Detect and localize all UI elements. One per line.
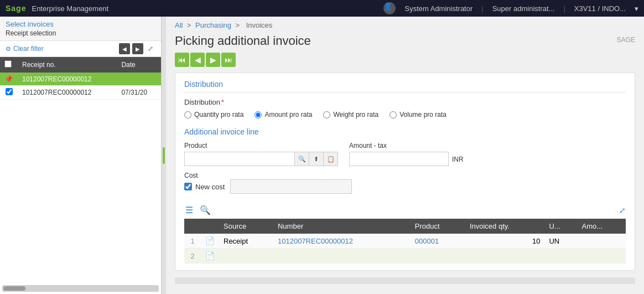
product-form-group: Product 🔍 ⬆ 📋: [184, 142, 338, 166]
page-header: Picking additional invoice SAGE: [166, 32, 644, 53]
app-title: Enterprise Management: [32, 4, 108, 13]
content-card: Distribution Distribution* Quantity pro …: [175, 73, 635, 271]
receipt-no-cell: 1012007REC00000012: [18, 86, 117, 100]
col-row-num: [184, 219, 201, 234]
product-lookup-button[interactable]: ⬆: [309, 152, 324, 166]
last-record-button[interactable]: ⏭: [221, 53, 236, 67]
page-title: Picking additional invoice: [175, 34, 311, 48]
row-checkbox[interactable]: [6, 88, 13, 95]
col-receipt-no: Receipt no.: [18, 57, 117, 73]
user-role: Super administrat...: [492, 4, 555, 13]
radio-weight[interactable]: Weight pro rata: [323, 111, 378, 118]
nav-arrows: ◀ ▶ ⤢: [119, 43, 155, 54]
table-row[interactable]: 1012007REC00000012 07/31/20: [0, 86, 161, 100]
sage-brand-label: SAGE: [617, 36, 635, 44]
row-icon: 📄: [205, 236, 215, 245]
select-invoices-link[interactable]: Select invoices: [6, 20, 155, 28]
number-link[interactable]: 1012007REC00000012: [278, 237, 353, 245]
table-list-view-button[interactable]: ☰: [184, 204, 194, 216]
col-unit: U...: [544, 219, 577, 234]
new-cost-checkbox[interactable]: [184, 183, 192, 190]
invoiced-qty-cell: 10: [465, 234, 545, 249]
filter-row: ⚙ Clear filter ◀ ▶ ⤢: [0, 41, 161, 57]
next-record-button[interactable]: ▶: [206, 53, 220, 67]
topbar: Sage Enterprise Management 👤 System Admi…: [0, 0, 644, 17]
product-label: Product: [184, 142, 338, 149]
radio-weight-input[interactable]: [323, 111, 330, 118]
col-invoiced-qty: Invoiced qty.: [465, 219, 545, 234]
row-icon-cell: 📄: [201, 234, 219, 249]
product-input-group: 🔍 ⬆ 📋: [184, 152, 338, 166]
row-num-cell: 2: [184, 249, 201, 264]
left-panel: Select invoices Receipt selection ⚙ Clea…: [0, 17, 162, 294]
date-cell: 07/31/20: [117, 86, 161, 100]
cost-section: Cost New cost: [184, 172, 626, 194]
radio-weight-label: Weight pro rata: [333, 111, 378, 118]
row-icon: 📄: [205, 251, 215, 260]
source-cell: Receipt: [219, 234, 273, 249]
select-all-checkbox[interactable]: [4, 60, 12, 68]
amount-label: Amount - tax: [349, 142, 464, 149]
table-search-button[interactable]: 🔍: [199, 204, 212, 216]
version-info: X3V11 / INDO...: [574, 4, 626, 13]
receipt-selection-label: Receipt selection: [6, 29, 155, 37]
panel-splitter[interactable]: [162, 17, 166, 294]
breadcrumb-purchasing[interactable]: Purchasing: [195, 21, 231, 29]
expand-table-button[interactable]: ⤢: [619, 206, 626, 215]
data-table-container: Source Number Product Invoiced qty. U...…: [184, 219, 626, 264]
source-cell: [219, 249, 273, 264]
breadcrumb: All > Purchasing > Invoices: [166, 17, 644, 32]
amount-cell: [578, 234, 626, 249]
radio-qty-input[interactable]: [184, 111, 191, 118]
radio-amount-input[interactable]: [255, 111, 262, 118]
unit-cell: [544, 249, 577, 264]
right-panel: All > Purchasing > Invoices Picking addi…: [166, 17, 644, 294]
number-cell: [273, 249, 411, 264]
prev-arrow-button[interactable]: ◀: [119, 43, 130, 54]
radio-volume-input[interactable]: [389, 111, 397, 118]
product-search-button[interactable]: 🔍: [295, 152, 309, 166]
table-row[interactable]: 2 📄: [184, 249, 626, 264]
expand-panel-button[interactable]: ⤢: [146, 44, 155, 54]
topbar-right: 👤 System Administrator | Super administr…: [383, 2, 638, 14]
left-panel-header: Select invoices Receipt selection: [0, 17, 161, 41]
new-cost-checkbox-label[interactable]: New cost: [184, 183, 225, 191]
col-checkbox: [0, 57, 18, 73]
distribution-label: Distribution*: [184, 98, 626, 106]
currency-label: INR: [452, 156, 464, 163]
user-avatar: 👤: [383, 2, 396, 14]
product-link[interactable]: 000001: [415, 237, 439, 245]
dropdown-arrow[interactable]: ▾: [635, 4, 638, 13]
row-icon-cell: 📄: [201, 249, 219, 264]
prev-record-button[interactable]: ◀: [190, 53, 205, 67]
radio-volume[interactable]: Volume pro rata: [389, 111, 446, 118]
amount-cell: [578, 249, 626, 264]
bottom-scrollbar[interactable]: [175, 277, 635, 284]
cost-row: New cost: [184, 179, 626, 194]
distribution-radio-group: Quantity pro rata Amount pro rata Weight…: [184, 111, 626, 118]
cost-section-label: Cost: [184, 172, 626, 179]
invoice-lines-table: Source Number Product Invoiced qty. U...…: [184, 219, 626, 264]
amount-input[interactable]: [349, 152, 449, 166]
col-source: Source: [219, 219, 273, 234]
product-clear-button[interactable]: 📋: [324, 152, 338, 166]
new-cost-label: New cost: [195, 183, 225, 191]
record-nav-buttons: ⏮ ◀ ▶ ⏭: [166, 53, 644, 73]
next-arrow-button[interactable]: ▶: [132, 43, 143, 54]
cost-input[interactable]: [230, 179, 352, 194]
table-row[interactable]: 1 📄 Receipt 1012007REC00000012 000001 10…: [184, 234, 626, 249]
clear-filter-button[interactable]: Clear filter: [13, 45, 44, 53]
breadcrumb-all[interactable]: All: [175, 21, 183, 29]
row-num-cell: 1: [184, 234, 201, 249]
radio-amount[interactable]: Amount pro rata: [255, 111, 312, 118]
row-checkbox-cell: [0, 86, 18, 100]
left-scrollbar[interactable]: [2, 285, 159, 292]
product-input[interactable]: [184, 152, 295, 166]
table-row[interactable]: 📌 1012007REC00000012: [0, 73, 161, 86]
receipt-table: Receipt no. Date 📌 1012007REC00000012 1: [0, 57, 161, 100]
first-record-button[interactable]: ⏮: [175, 53, 189, 67]
user-name: System Administrator: [404, 4, 472, 13]
radio-qty-label: Quantity pro rata: [194, 111, 243, 118]
radio-qty[interactable]: Quantity pro rata: [184, 111, 243, 118]
row-checkbox-cell: 📌: [0, 73, 18, 86]
